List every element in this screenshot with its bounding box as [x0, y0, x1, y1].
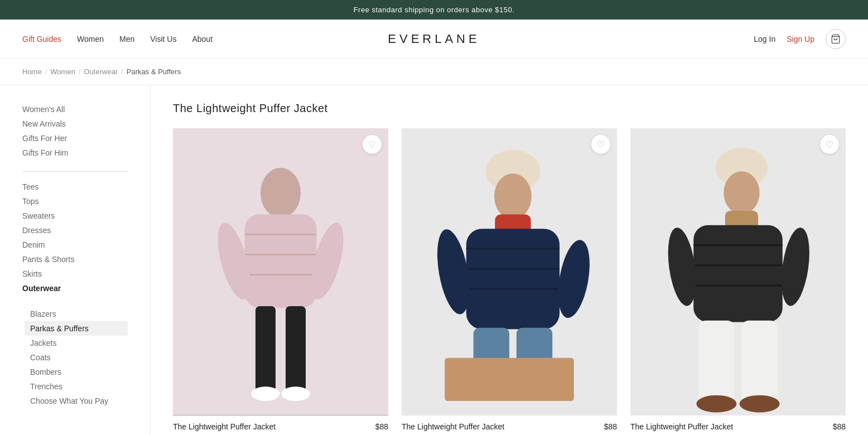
sidebar-sub-section: Blazers Parkas & Puffers Jackets Coats B… [22, 307, 128, 408]
sidebar-gifts-him[interactable]: Gifts For Him [22, 146, 128, 160]
signup-button[interactable]: Sign Up [787, 35, 814, 44]
sidebar-skirts[interactable]: Skirts [22, 267, 128, 281]
product-image-svg-1 [402, 128, 617, 415]
product-card-0[interactable]: ♡ The Lightweight Puffer Jacket $88 Rose [173, 128, 388, 435]
product-name-2: The Lightweight Puffer Jacket [630, 422, 733, 431]
svg-point-39 [740, 395, 780, 413]
banner-text: Free standard shipping on orders above $… [354, 6, 515, 14]
sidebar-trenches[interactable]: Trenches [30, 379, 128, 394]
product-card-1[interactable]: ♡ The Lightweight Puffer Jacket $88 Navy [402, 128, 617, 435]
svg-rect-17 [466, 229, 560, 329]
svg-point-12 [281, 386, 310, 401]
breadcrumb-women[interactable]: Women [50, 67, 75, 76]
product-image-2: ♡ [630, 128, 846, 415]
sidebar-pants-shorts[interactable]: Pants & Shorts [22, 252, 128, 267]
product-grid: ♡ The Lightweight Puffer Jacket $88 Rose [173, 128, 846, 435]
nav-gift-guides[interactable]: Gift Guides [22, 35, 61, 44]
breadcrumb-outerwear[interactable]: Outerwear [84, 67, 118, 76]
main-nav: Gift Guides Women Men Visit Us About [22, 35, 213, 44]
svg-point-15 [494, 173, 532, 219]
sidebar-bombers[interactable]: Bombers [30, 365, 128, 379]
svg-rect-10 [286, 306, 306, 392]
sidebar-jackets[interactable]: Jackets [30, 336, 128, 350]
breadcrumb: Home / Women / Outerwear / Parkas & Puff… [0, 59, 868, 85]
wishlist-button-1[interactable]: ♡ [591, 135, 610, 154]
cart-button[interactable] [826, 29, 846, 49]
sidebar-tops[interactable]: Tops [22, 194, 128, 209]
page-title: The Lightweight Puffer Jacket [173, 102, 846, 115]
breadcrumb-current: Parkas & Puffers [127, 67, 181, 76]
svg-rect-30 [693, 225, 783, 322]
svg-rect-9 [255, 306, 276, 392]
product-image-svg-0 [173, 128, 388, 415]
sidebar-gifts-her[interactable]: Gifts For Her [22, 131, 128, 146]
login-button[interactable]: Log In [754, 35, 775, 44]
sidebar-blazers[interactable]: Blazers [30, 307, 128, 321]
svg-rect-25 [445, 358, 574, 401]
product-name-0: The Lightweight Puffer Jacket [173, 422, 276, 431]
breadcrumb-home[interactable]: Home [22, 67, 42, 76]
nav-men[interactable]: Men [119, 35, 134, 44]
product-card-2[interactable]: ♡ The Lightweight Puffer Jacket $88 Blac… [630, 128, 846, 435]
product-info-1: The Lightweight Puffer Jacket $88 [402, 415, 617, 434]
sidebar-divider [22, 171, 128, 172]
main-layout: Women's All New Arrivals Gifts For Her G… [0, 85, 868, 435]
sidebar-womens-all[interactable]: Women's All [22, 102, 128, 117]
nav-about[interactable]: About [192, 35, 213, 44]
wishlist-button-0[interactable]: ♡ [363, 135, 382, 154]
product-info-2: The Lightweight Puffer Jacket $88 [630, 415, 846, 434]
product-listing: The Lightweight Puffer Jacket [151, 85, 868, 435]
sidebar-denim[interactable]: Denim [22, 238, 128, 252]
sidebar-dresses[interactable]: Dresses [22, 223, 128, 238]
sidebar-parkas-puffers[interactable]: Parkas & Puffers [25, 321, 128, 336]
site-logo[interactable]: EVERLANE [388, 32, 480, 46]
product-price-0: $88 [375, 422, 388, 431]
site-header: Gift Guides Women Men Visit Us About EVE… [0, 20, 868, 59]
svg-point-2 [261, 168, 301, 218]
sidebar-outerwear[interactable]: Outerwear [22, 281, 128, 296]
wishlist-button-2[interactable]: ♡ [820, 135, 839, 154]
sidebar: Women's All New Arrivals Gifts For Her G… [0, 85, 151, 435]
svg-point-28 [724, 171, 759, 214]
sidebar-top-section: Women's All New Arrivals Gifts For Her G… [22, 102, 128, 160]
product-image-0: ♡ [173, 128, 388, 415]
svg-rect-3 [245, 214, 317, 307]
sidebar-coats[interactable]: Coats [30, 350, 128, 365]
promo-banner: Free standard shipping on orders above $… [0, 0, 868, 20]
header-actions: Log In Sign Up [754, 29, 846, 49]
svg-point-11 [251, 386, 279, 401]
product-name-1: The Lightweight Puffer Jacket [402, 422, 504, 431]
svg-rect-36 [698, 321, 734, 403]
sidebar-sweaters[interactable]: Sweaters [22, 209, 128, 223]
nav-women[interactable]: Women [77, 35, 104, 44]
nav-visit-us[interactable]: Visit Us [150, 35, 176, 44]
sidebar-tees[interactable]: Tees [22, 180, 128, 194]
product-price-2: $88 [833, 422, 846, 431]
product-image-1: ♡ [402, 128, 617, 415]
svg-point-38 [696, 395, 736, 413]
sidebar-category-section: Tees Tops Sweaters Dresses Denim Pants &… [22, 180, 128, 296]
svg-rect-37 [741, 321, 777, 403]
bag-icon [831, 34, 841, 44]
sidebar-new-arrivals[interactable]: New Arrivals [22, 117, 128, 131]
product-price-1: $88 [604, 422, 617, 431]
product-info-0: The Lightweight Puffer Jacket $88 [173, 415, 388, 434]
product-image-svg-2 [630, 128, 846, 415]
sidebar-choose-what-you-pay[interactable]: Choose What You Pay [30, 394, 128, 408]
